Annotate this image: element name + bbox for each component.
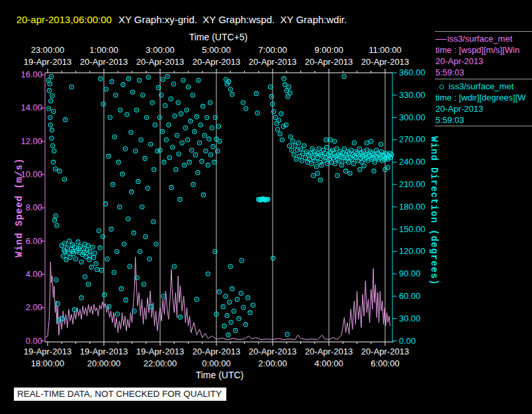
- wdir-point-dot: [71, 87, 72, 88]
- legend-series-info: time : [wdir][degrees][W: [435, 93, 532, 103]
- wdir-point-dot: [50, 117, 51, 118]
- wdir-point-dot: [69, 241, 70, 242]
- wdir-point-dot: [226, 79, 227, 80]
- wdir-point-dot: [83, 248, 85, 249]
- wdir-point-dot: [175, 169, 177, 171]
- wdir-point-dot: [75, 259, 77, 260]
- wdir-point-dot: [88, 284, 89, 285]
- wdir-point-dot: [365, 154, 366, 155]
- wdir-point-dot: [126, 114, 128, 115]
- wdir-point-dot: [225, 296, 226, 297]
- wdir-point-dot: [366, 157, 367, 159]
- wdir-point-dot: [207, 165, 208, 166]
- quality-banner: REAL-TIME DATA, NOT CHECKED FOR QUALITY: [14, 388, 226, 401]
- wdir-point-dot: [140, 251, 141, 252]
- left-axis-tick-label: 2.00: [1, 302, 42, 312]
- aeros-xy-graph-window: 20-apr-2013,06:00:00XY Graph:xy-grid. XY…: [0, 0, 532, 414]
- wdir-point-dot: [149, 259, 150, 260]
- wdir-point-dot: [198, 79, 199, 81]
- wdir-point-dot: [286, 124, 287, 126]
- wdir-point-dot: [186, 109, 187, 110]
- wdir-point-dot: [314, 160, 316, 161]
- wdir-point-dot: [342, 153, 343, 154]
- wdir-point-dot: [367, 142, 368, 144]
- wdir-point-dot: [283, 126, 284, 127]
- wdir-point-dot: [332, 149, 333, 151]
- wdir-point-dot: [277, 129, 279, 130]
- legend-series-name: iss3/surface_met: [449, 81, 513, 91]
- wdir-point-dot: [270, 87, 271, 88]
- wdir-point-dot: [130, 132, 132, 133]
- wdir-point-dot: [210, 102, 211, 103]
- wdir-point-dot: [243, 307, 244, 308]
- wdir-point-dot: [111, 229, 112, 230]
- left-axis-tick-label: 14.00: [1, 103, 42, 112]
- wdir-point-dot: [230, 266, 231, 267]
- wdir-point-dot: [92, 247, 93, 248]
- wdir-point-dot: [65, 119, 66, 120]
- wdir-point-dot: [286, 90, 287, 91]
- wdir-point-dot: [179, 199, 181, 200]
- wdir-point-dot: [197, 172, 199, 173]
- wdir-point-dot: [54, 150, 55, 151]
- wdir-point-dot: [371, 141, 372, 142]
- wdir-point-dot: [271, 96, 272, 97]
- wdir-point-dot: [64, 243, 66, 244]
- wdir-point-dot: [293, 154, 294, 155]
- wdir-point-dot: [124, 243, 125, 245]
- wdir-point-dot: [345, 160, 346, 161]
- wdir-point-dot: [112, 184, 114, 185]
- wdir-point-dot: [77, 241, 79, 243]
- wdir-point-dot: [49, 90, 50, 91]
- wdir-point-dot: [369, 155, 371, 157]
- wdir-point-dot: [97, 269, 98, 270]
- left-axis-tick-label: 4.00: [1, 269, 42, 279]
- wdir-point-dot: [191, 149, 193, 151]
- wdir-point-dot: [379, 154, 380, 155]
- wdir-point-dot: [363, 155, 364, 157]
- wdir-point-dot: [148, 77, 149, 78]
- wdir-point-dot: [276, 123, 277, 124]
- wdir-point-dot: [66, 259, 67, 261]
- wdir-point-dot: [216, 313, 217, 315]
- wdir-point-dot: [208, 138, 210, 140]
- wdir-point-dot: [206, 117, 208, 118]
- wdir-point-dot: [199, 142, 200, 144]
- wdir-point-dot: [232, 288, 233, 290]
- wdir-point-dot: [363, 151, 365, 153]
- wdir-point-dot: [74, 309, 75, 310]
- wdir-point-dot: [374, 161, 375, 163]
- wdir-point-dot: [292, 141, 294, 142]
- wdir-point-dot: [142, 95, 144, 96]
- wdir-point-dot: [241, 293, 242, 294]
- wdir-point-dot: [329, 159, 330, 160]
- wdir-point-dot: [353, 163, 355, 165]
- wdir-point-dot: [297, 149, 298, 151]
- wdir-point-dot: [128, 78, 130, 79]
- right-axis-title: Wind Direction (degrees): [429, 136, 439, 279]
- wdir-point-dot: [343, 76, 345, 77]
- wdir-point-dot: [349, 153, 350, 154]
- wdir-point-dot: [211, 128, 212, 129]
- legend-series-date: 20-Apr-2013: [435, 56, 532, 66]
- wdir-point-dot: [219, 141, 220, 142]
- legend: iss3/surface_met time : [wspd][m/s][Win …: [435, 26, 532, 132]
- wdir-point-dot: [301, 160, 302, 161]
- wdir-point-dot: [217, 150, 218, 151]
- top-axis-tick-time: 11:00:00: [349, 45, 421, 55]
- wdir-point-dot: [226, 315, 228, 316]
- wdir-point-dot: [108, 155, 109, 157]
- wdir-point-dot: [61, 245, 62, 246]
- left-axis-tick-label: 16.00: [1, 69, 42, 79]
- wdir-point-dot: [367, 149, 368, 151]
- wdir-point-dot: [212, 146, 214, 147]
- wdir-point-dot: [222, 306, 224, 308]
- wdir-point-dot: [187, 140, 189, 141]
- wdir-point-dot: [228, 81, 230, 83]
- wdir-point-dot: [341, 165, 343, 166]
- wdir-point-dot: [384, 169, 386, 171]
- wdir-point-dot: [102, 236, 103, 237]
- wdir-point-dot: [113, 272, 114, 273]
- wdir-point-dot: [306, 151, 307, 153]
- wdir-point-dot: [304, 145, 305, 147]
